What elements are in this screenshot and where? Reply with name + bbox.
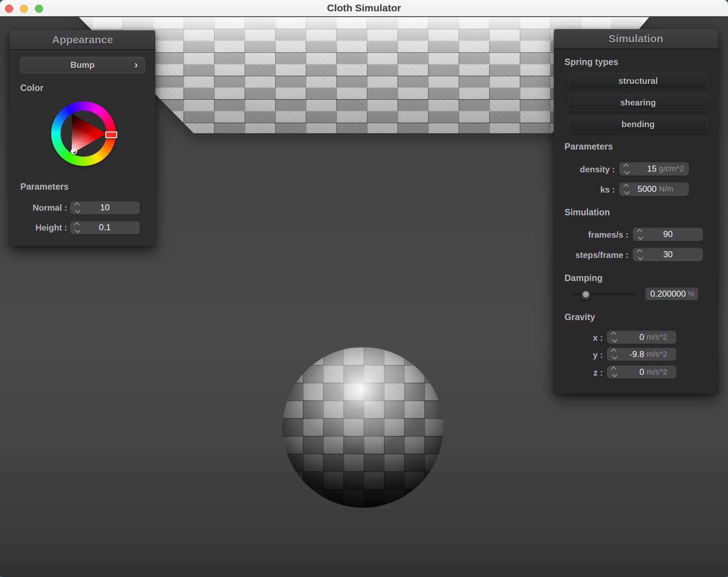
bump-button-label: Bump xyxy=(70,60,95,70)
damping-value: 0.200000 xyxy=(650,289,686,299)
spinner-up-icon[interactable] xyxy=(74,222,80,228)
gravity-z-label: z : xyxy=(561,368,603,378)
spinner-up-icon[interactable] xyxy=(611,349,616,354)
spinner-down-icon[interactable] xyxy=(612,372,617,377)
gravity-z-spinbox[interactable]: 0 m/s^2 xyxy=(607,365,676,378)
saturation-selector-handle[interactable] xyxy=(71,148,77,155)
damping-label: Damping xyxy=(564,273,603,283)
height-value: 0.1 xyxy=(81,222,129,232)
spinner-up-icon[interactable] xyxy=(74,202,80,208)
steps-spinner[interactable] xyxy=(638,249,644,260)
gravity-y-spinbox[interactable]: -9.8 m/s^2 xyxy=(607,347,676,361)
normal-value: 10 xyxy=(81,203,129,212)
density-spinbox[interactable]: 15 g/cm^2 xyxy=(619,162,689,176)
titlebar: Cloth Simulator xyxy=(0,0,728,17)
gravity-label: Gravity xyxy=(564,312,595,322)
gravity-y-spinner[interactable] xyxy=(612,349,618,359)
simulation-section-label: Simulation xyxy=(564,207,610,217)
gravity-x-spinner[interactable] xyxy=(612,332,618,342)
height-label: Height : xyxy=(17,223,67,233)
color-wheel[interactable] xyxy=(51,101,116,166)
steps-spinbox[interactable]: 30 xyxy=(633,248,703,261)
normal-spinner[interactable] xyxy=(75,203,81,213)
ks-spinbox[interactable]: 5000 N/m xyxy=(619,182,689,196)
damping-slider-thumb[interactable] xyxy=(580,290,591,300)
spinner-down-icon[interactable] xyxy=(638,234,643,240)
ks-label: ks : xyxy=(561,185,615,195)
gravity-z-unit: m/s^2 xyxy=(647,367,676,377)
frames-label: frames/s : xyxy=(561,230,628,240)
appearance-panel-title: Appearance xyxy=(52,34,113,46)
gravity-y-unit: m/s^2 xyxy=(647,350,676,359)
gravity-y-value: -9.8 xyxy=(618,349,644,359)
spring-type-button-shearing[interactable]: shearing xyxy=(568,95,708,111)
spinner-up-icon[interactable] xyxy=(611,366,616,372)
density-label: density : xyxy=(561,165,615,174)
appearance-panel: Appearance Bump › Color xyxy=(10,30,155,246)
height-spinner[interactable] xyxy=(75,222,81,233)
spring-type-button-bending[interactable]: bending xyxy=(568,116,708,133)
density-spinner[interactable] xyxy=(625,164,630,174)
spinner-up-icon[interactable] xyxy=(637,249,642,255)
gravity-z-value: 0 xyxy=(618,367,644,377)
app-window: Cloth Simulator Appearance Bump › Color xyxy=(0,0,728,577)
spinner-down-icon[interactable] xyxy=(75,227,81,233)
bump-button[interactable]: Bump › xyxy=(20,57,145,73)
gravity-x-value: 0 xyxy=(618,332,644,342)
height-spinbox[interactable]: 0.1 xyxy=(70,221,140,234)
steps-value: 30 xyxy=(644,249,692,259)
spinner-up-icon[interactable] xyxy=(623,163,629,169)
spinner-down-icon[interactable] xyxy=(624,189,630,195)
damping-unit: % xyxy=(688,290,695,298)
gravity-x-unit: m/s^2 xyxy=(647,333,676,342)
normal-label: Normal : xyxy=(17,203,67,213)
damping-slider[interactable] xyxy=(573,293,635,296)
simulation-panel-title: Simulation xyxy=(609,33,663,45)
damping-value-box[interactable]: 0.200000 % xyxy=(646,287,698,300)
spinner-up-icon[interactable] xyxy=(637,229,642,234)
color-section-label: Color xyxy=(20,83,43,93)
density-unit: g/cm^2 xyxy=(659,164,689,173)
simulation-parameters-label: Parameters xyxy=(564,141,613,152)
close-button[interactable] xyxy=(5,5,13,13)
spinner-down-icon[interactable] xyxy=(612,354,617,360)
appearance-panel-header: Appearance xyxy=(10,30,155,50)
gravity-y-label: y : xyxy=(561,350,603,360)
ks-value: 5000 xyxy=(630,184,657,194)
spinner-down-icon[interactable] xyxy=(624,169,630,174)
simulation-panel-header: Simulation xyxy=(554,29,718,49)
window-title: Cloth Simulator xyxy=(327,2,401,14)
hue-selector-handle[interactable] xyxy=(105,131,117,138)
spinner-up-icon[interactable] xyxy=(611,331,616,337)
steps-label: steps/frame : xyxy=(561,250,628,260)
spinner-up-icon[interactable] xyxy=(623,184,629,189)
gravity-z-spinner[interactable] xyxy=(612,367,618,377)
maximize-button[interactable] xyxy=(35,5,43,13)
minimize-button[interactable] xyxy=(20,5,28,13)
sphere-mesh xyxy=(283,347,443,508)
spring-type-button-structural[interactable]: structural xyxy=(568,73,708,89)
frames-value: 90 xyxy=(644,229,692,239)
spinner-down-icon[interactable] xyxy=(612,337,617,343)
ks-spinner[interactable] xyxy=(625,184,630,194)
normal-spinbox[interactable]: 10 xyxy=(70,201,140,214)
ks-unit: N/m xyxy=(659,184,689,194)
chevron-right-icon: › xyxy=(134,59,138,71)
appearance-parameters-label: Parameters xyxy=(20,182,69,192)
spinner-down-icon[interactable] xyxy=(638,254,643,260)
traffic-lights xyxy=(5,0,43,17)
simulation-panel: Simulation Spring types structural shear… xyxy=(554,29,718,394)
gravity-x-spinbox[interactable]: 0 m/s^2 xyxy=(607,330,676,344)
spinner-down-icon[interactable] xyxy=(75,207,81,213)
frames-spinbox[interactable]: 90 xyxy=(633,227,703,241)
density-value: 15 xyxy=(630,164,657,174)
frames-spinner[interactable] xyxy=(638,229,644,239)
gravity-x-label: x : xyxy=(561,333,603,343)
spring-types-label: Spring types xyxy=(564,57,618,67)
